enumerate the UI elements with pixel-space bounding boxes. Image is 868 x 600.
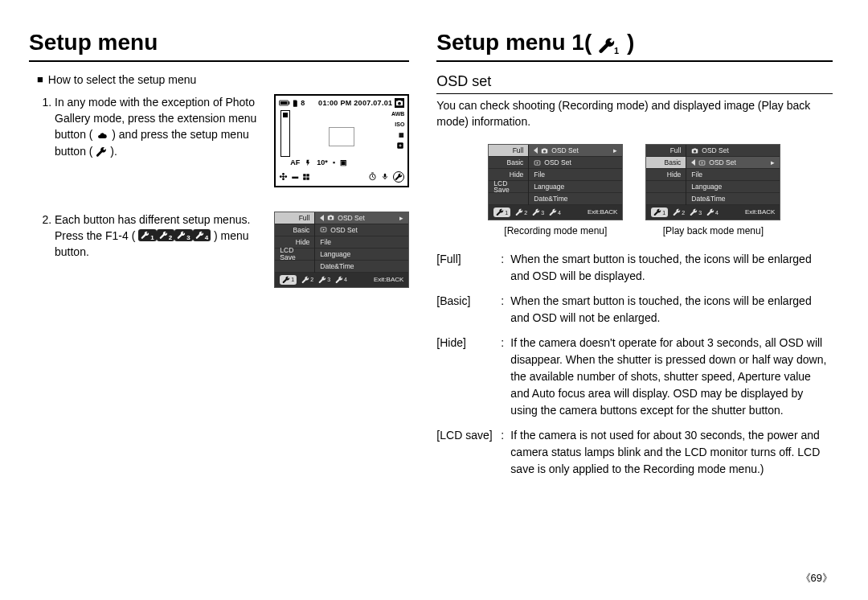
caption-recording: [Recording mode menu] [504, 225, 607, 236]
menu-left-basic: Basic [275, 224, 314, 236]
menu-right-osdset2: OSD Set [315, 224, 408, 236]
howto-heading: ■ How to select the setup menu [37, 73, 409, 86]
rec-right-date: Date&Time [529, 193, 622, 205]
caret-icon: ▸ [771, 159, 775, 166]
flower-icon [279, 172, 288, 181]
left-arrow-icon [534, 147, 538, 154]
camera-icon [327, 214, 334, 221]
play-icon [320, 226, 327, 233]
footer-wrench4-icon: 4 [335, 276, 347, 284]
footer-wrench1-icon: 1 [651, 208, 668, 217]
footer-wrench1-icon: 1 [493, 208, 510, 217]
meter-icon: ▣ [340, 158, 347, 168]
caret-icon: ▸ [399, 215, 403, 222]
zoom-bar [280, 110, 290, 157]
footer-wrench2-icon: 2 [515, 208, 527, 216]
lcd-ten: 10* [317, 158, 328, 168]
left-arrow-icon [320, 215, 324, 221]
def-hide: [Hide] : If the camera doesn't operate f… [436, 335, 833, 419]
right-column: Setup menu 1( 1 ) OSD set You can check … [436, 31, 833, 581]
footer-wrench4-icon: 4 [549, 208, 561, 216]
lcd-datetime: 01:00 PM 2007.07.01 [318, 98, 392, 109]
step1-text-c: ). [110, 145, 117, 158]
setup-menu-full: Full Basic Hide LCD Save OSD Set▸ OSD Se… [274, 212, 409, 288]
subtitle-osdset: OSD set [436, 73, 833, 94]
howto-text: How to select the setup menu [48, 73, 196, 86]
play-left-empty2 [646, 193, 686, 205]
intro-text: You can check shooting (Recording mode) … [436, 97, 833, 130]
rec-left-basic: Basic [489, 157, 528, 169]
rec-right-lang: Language [529, 181, 622, 193]
caption-play: [Play back mode menu] [663, 225, 764, 236]
card-icon [293, 100, 298, 107]
menu-exit: Exit:BACK [374, 277, 403, 283]
play-right-file: File [686, 169, 780, 181]
camera-icon [541, 147, 548, 154]
menu-left-lcdsave: LCD Save [275, 249, 314, 261]
rec-left-lcdsave: LCD Save [489, 181, 528, 193]
menu-right-date: Date&Time [315, 261, 408, 273]
playback-mode-menu: Full Basic Hide OSD Set OSD Set▸ File La… [645, 144, 780, 220]
play-right-date: Date&Time [686, 193, 780, 205]
play-icon [534, 159, 541, 166]
menu-left-full: Full [275, 212, 314, 224]
f4-badge: 4 [193, 229, 211, 241]
flash-icon [305, 158, 312, 167]
rec-exit: Exit:BACK [588, 209, 617, 216]
rec-left-full: Full [489, 145, 528, 157]
recording-mode-menu: Full Basic Hide LCD Save OSD Set▸ OSD Se… [488, 144, 623, 220]
wrench-icon [96, 146, 107, 158]
footer-wrench4-icon: 4 [706, 208, 719, 216]
lcd-awb: AWB [391, 110, 404, 118]
play-right-osdset1: OSD Set [686, 145, 780, 157]
menu-right-osdset1: OSD Set▸ [315, 212, 408, 224]
play-left-full: Full [646, 145, 686, 157]
grid-icon [302, 173, 310, 181]
timer-icon [368, 172, 377, 181]
play-icon [698, 159, 706, 166]
square-bullet-icon: ■ [37, 73, 43, 86]
rec-left-empty [489, 193, 528, 205]
focus-frame [329, 127, 354, 146]
play-exit: Exit:BACK [745, 209, 775, 216]
f3-badge: 3 [174, 229, 192, 241]
page-number: 《69》 [800, 571, 833, 586]
menu-right-file: File [315, 236, 408, 249]
def-lcdsave: [LCD save] : If the camera is not used f… [436, 427, 833, 478]
def-full: [Full] : When the smart button is touche… [436, 251, 833, 285]
step-2: Each button has different setup menus. P… [55, 212, 409, 288]
footer-wrench2-icon: 2 [301, 276, 313, 284]
lcd-af: AF [290, 158, 300, 168]
f2-badge: 2 [157, 229, 174, 241]
play-left-empty1 [646, 181, 686, 193]
camera-mode-icon [395, 98, 404, 108]
caret-icon: ▸ [613, 147, 617, 154]
play-right-osdset2: OSD Set▸ [686, 157, 780, 169]
battery-icon [279, 100, 290, 106]
def-basic: [Basic] : When the smart button is touch… [436, 293, 833, 327]
left-arrow-icon [691, 159, 695, 166]
rect-icon: ▪ [333, 158, 335, 168]
left-column: Setup menu ■ How to select the setup men… [29, 31, 409, 581]
definition-table: [Full] : When the smart button is touche… [436, 251, 833, 478]
play-left-hide: Hide [646, 169, 686, 181]
lcd-iso: ISO [395, 121, 404, 129]
mic-icon [381, 172, 389, 181]
footer-wrench3-icon: 3 [318, 276, 330, 284]
cloud-icon [96, 131, 108, 141]
camera-icon [691, 147, 698, 154]
rec-right-osdset2: OSD Set [529, 157, 622, 169]
title-left: Setup menu [29, 31, 158, 59]
quality-icon: ▦ [399, 131, 404, 139]
play-left-basic: Basic [646, 157, 686, 169]
footer-wrench3-icon: 3 [532, 208, 544, 216]
menu-sq-icon: ▬ [292, 172, 298, 182]
lcd-preview: 8 01:00 PM 2007.07.01 AWB ISO ▦ [274, 94, 409, 187]
title-right: Setup menu 1( 1 ) [436, 31, 634, 59]
wrench-title-icon: 1 [598, 37, 620, 55]
footer-wrench2-icon: 2 [673, 208, 685, 216]
menu-left-empty [275, 261, 314, 273]
play-right-lang: Language [686, 181, 780, 193]
footer-wrench3-icon: 3 [690, 208, 702, 216]
lcd-count: 8 [301, 98, 305, 109]
